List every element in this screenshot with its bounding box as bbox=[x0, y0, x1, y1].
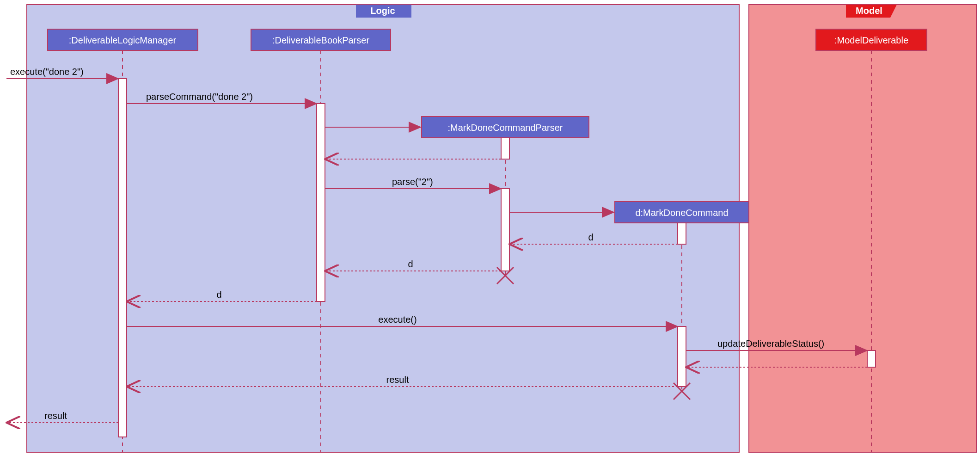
participant-md: :ModelDeliverable bbox=[816, 29, 927, 50]
svg-rect-0 bbox=[27, 5, 739, 452]
participant-dlm: :DeliverableLogicManager bbox=[48, 29, 198, 50]
activation-dbp bbox=[317, 104, 325, 301]
msg-return-result-1-label: result bbox=[386, 375, 409, 385]
msg-parsecommand-label: parseCommand("done 2") bbox=[146, 92, 253, 102]
activation-dlm bbox=[118, 79, 127, 437]
msg-execute-cmd-label: execute() bbox=[378, 314, 416, 325]
activation-mdc-2 bbox=[678, 326, 686, 387]
msg-update-status-label: updateDeliverableStatus() bbox=[717, 338, 824, 349]
sequence-diagram: Logic Model :DeliverableLogicManager :De… bbox=[0, 0, 980, 455]
participant-mdcp-label: :MarkDoneCommandParser bbox=[448, 123, 563, 133]
participant-mdc-label: d:MarkDoneCommand bbox=[635, 208, 728, 218]
activation-mdc-1 bbox=[678, 223, 686, 244]
frame-logic: Logic bbox=[27, 5, 739, 452]
msg-execute-in-label: execute("done 2") bbox=[10, 67, 84, 77]
msg-return-result-out-label: result bbox=[44, 411, 67, 421]
activation-mdcp-1 bbox=[501, 138, 509, 159]
msg-return-d-1-label: d bbox=[588, 232, 593, 242]
frame-logic-title: Logic bbox=[370, 6, 395, 16]
msg-return-d-3-label: d bbox=[216, 289, 221, 300]
frame-model-title: Model bbox=[856, 6, 882, 16]
participant-dbp-label: :DeliverableBookParser bbox=[272, 35, 369, 45]
participant-dlm-label: :DeliverableLogicManager bbox=[69, 35, 177, 45]
activation-md-1 bbox=[867, 350, 876, 367]
msg-return-d-2-label: d bbox=[408, 259, 413, 269]
activation-mdcp-2 bbox=[501, 189, 509, 271]
participant-dbp: :DeliverableBookParser bbox=[251, 29, 391, 50]
participant-md-label: :ModelDeliverable bbox=[834, 35, 908, 45]
msg-parse-label: parse("2") bbox=[392, 177, 433, 187]
frame-model: Model bbox=[749, 5, 976, 452]
svg-rect-2 bbox=[749, 5, 976, 452]
